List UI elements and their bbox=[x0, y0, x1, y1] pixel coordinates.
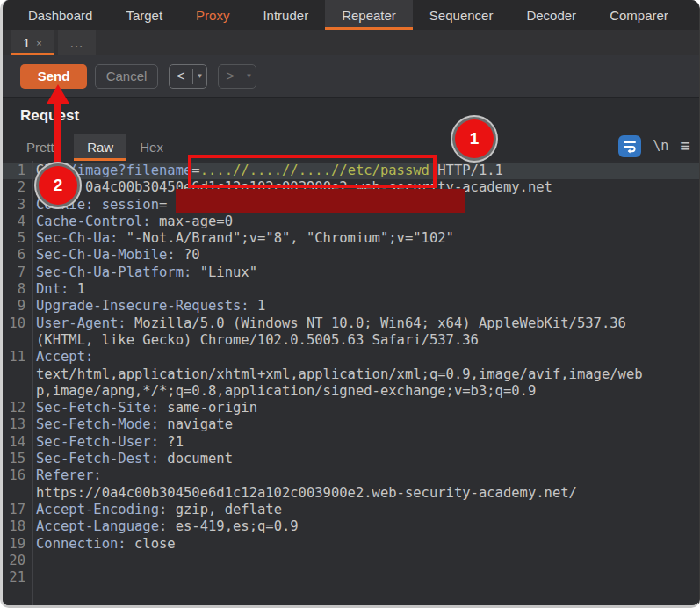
code-text: text/html,application/xhtml+xml,applicat… bbox=[29, 366, 643, 383]
repeater-tab-label: 1 bbox=[23, 35, 30, 50]
repeater-tab-bar: 1 × ... bbox=[3, 30, 700, 55]
step-badge-1: 1 bbox=[455, 119, 494, 158]
code-row[interactable]: p,image/apng,*/*;q=0.8,application/signe… bbox=[3, 383, 700, 400]
code-row[interactable]: 9Upgrade-Insecure-Requests: 1 bbox=[3, 298, 700, 315]
line-number: 1 bbox=[3, 163, 29, 179]
more-tabs-label: ... bbox=[70, 35, 84, 50]
forward-request-button[interactable]: > ▼ bbox=[218, 64, 256, 89]
word-wrap-icon[interactable] bbox=[618, 135, 641, 157]
code-row[interactable]: 14Sec-Fetch-User: ?1 bbox=[3, 434, 700, 451]
cancel-button[interactable]: Cancel bbox=[95, 64, 158, 89]
main-tab-decoder[interactable]: Decoder bbox=[509, 0, 593, 30]
main-tab-proxy[interactable]: Proxy bbox=[179, 0, 246, 30]
repeater-tab-more[interactable]: ... bbox=[58, 30, 97, 55]
code-text: Connection: close bbox=[29, 536, 176, 553]
line-number: 8 bbox=[3, 281, 29, 298]
code-row[interactable]: 6Sec-Ch-Ua-Mobile: ?0 bbox=[3, 247, 700, 264]
main-tab-logger[interactable]: Logger bbox=[685, 0, 700, 30]
view-tab-raw[interactable]: Raw bbox=[74, 134, 126, 161]
back-arrow-icon[interactable]: < bbox=[170, 69, 192, 84]
line-number: 15 bbox=[3, 451, 29, 467]
main-tab-repeater[interactable]: Repeater bbox=[325, 0, 413, 30]
code-text: Cache-Control: max-age=0 bbox=[29, 214, 233, 230]
line-number: 4 bbox=[3, 214, 29, 230]
payload-highlight-rectangle bbox=[188, 155, 437, 188]
main-tab-comparer[interactable]: Comparer bbox=[593, 0, 685, 30]
request-panel-header: Request bbox=[3, 98, 700, 134]
line-number: 18 bbox=[3, 518, 29, 535]
main-tab-sequencer[interactable]: Sequencer bbox=[413, 0, 510, 30]
line-number: 10 bbox=[3, 315, 29, 332]
code-row[interactable]: 11Accept: bbox=[3, 349, 700, 366]
line-number: 3 bbox=[3, 197, 29, 214]
annotation-arrow-head bbox=[47, 84, 69, 104]
main-tab-dashboard[interactable]: Dashboard bbox=[11, 0, 109, 30]
code-text: User-Agent: Mozilla/5.0 (Windows NT 10.0… bbox=[29, 315, 626, 332]
code-text: Sec-Ch-Ua-Mobile: ?0 bbox=[29, 247, 200, 264]
forward-dropdown-icon[interactable]: ▼ bbox=[242, 72, 256, 80]
line-number: 5 bbox=[3, 230, 29, 247]
code-text: Sec-Fetch-Site: same-origin bbox=[29, 400, 257, 416]
code-text: Accept: bbox=[29, 349, 93, 366]
line-number bbox=[3, 485, 29, 502]
request-panel-title: Request bbox=[20, 107, 79, 125]
code-text: Referer: bbox=[29, 467, 102, 484]
code-text: Sec-Fetch-Dest: document bbox=[29, 451, 233, 467]
line-number: 11 bbox=[3, 349, 29, 366]
code-row[interactable]: 18Accept-Language: es-419,es;q=0.9 bbox=[3, 518, 700, 535]
code-text: Sec-Ch-Ua-Platform: "Linux" bbox=[29, 264, 257, 281]
code-text: Upgrade-Insecure-Requests: 1 bbox=[29, 298, 265, 315]
code-text: p,image/apng,*/*;q=0.8,application/signe… bbox=[29, 383, 536, 400]
code-row[interactable]: text/html,application/xhtml+xml,applicat… bbox=[3, 366, 700, 383]
editor-toolbar-icons: \n ≡ bbox=[618, 134, 690, 158]
view-tab-pretty[interactable]: Pretty bbox=[13, 134, 74, 161]
hamburger-menu-icon[interactable]: ≡ bbox=[680, 136, 690, 156]
code-row[interactable]: 15Sec-Fetch-Dest: document bbox=[3, 451, 700, 467]
redaction-box bbox=[176, 189, 465, 213]
code-row[interactable]: 7Sec-Ch-Ua-Platform: "Linux" bbox=[3, 264, 700, 281]
newline-toggle-icon[interactable]: \n bbox=[653, 138, 668, 154]
code-row[interactable]: 4Cache-Control: max-age=0 bbox=[3, 214, 700, 230]
code-row[interactable]: 19Connection: close bbox=[3, 536, 700, 553]
close-tab-icon[interactable]: × bbox=[36, 38, 41, 48]
line-number: 9 bbox=[3, 298, 29, 315]
code-row[interactable]: 21 bbox=[3, 569, 700, 586]
line-number: 2 bbox=[3, 179, 29, 196]
code-text: Dnt: 1 bbox=[29, 281, 85, 298]
repeater-tab-1[interactable]: 1 × bbox=[11, 30, 54, 55]
code-text: Sec-Ch-Ua: "-Not.A/Brand";v="8", "Chromi… bbox=[29, 230, 454, 247]
main-tab-intruder[interactable]: Intruder bbox=[246, 0, 325, 30]
line-number: 21 bbox=[3, 569, 29, 586]
code-row[interactable]: 20 bbox=[3, 553, 700, 569]
code-row[interactable]: 13Sec-Fetch-Mode: navigate bbox=[3, 416, 700, 433]
code-row[interactable]: https://0a4c00b30450e6d1c12a102c003900e2… bbox=[3, 485, 700, 502]
line-number: 12 bbox=[3, 400, 29, 416]
repeater-toolbar: Send Cancel < ▼ > ▼ bbox=[3, 55, 700, 98]
line-number: 17 bbox=[3, 502, 29, 518]
code-text: https://0a4c00b30450e6d1c12a102c003900e2… bbox=[29, 485, 577, 502]
code-row[interactable]: 5Sec-Ch-Ua: "-Not.A/Brand";v="8", "Chrom… bbox=[3, 230, 700, 247]
step-badge-2: 2 bbox=[39, 166, 77, 205]
line-number: 19 bbox=[3, 536, 29, 553]
forward-arrow-icon[interactable]: > bbox=[219, 69, 242, 84]
code-row[interactable]: 17Accept-Encoding: gzip, deflate bbox=[3, 502, 700, 518]
code-text: Sec-Fetch-User: ?1 bbox=[29, 434, 184, 451]
request-editor[interactable]: 1GET /image?filename=....//....//....//e… bbox=[3, 161, 700, 605]
line-number: 13 bbox=[3, 416, 29, 433]
line-number: 20 bbox=[3, 553, 29, 569]
code-row[interactable]: 8Dnt: 1 bbox=[3, 281, 700, 298]
code-row[interactable]: 16Referer: bbox=[3, 467, 700, 484]
code-text: Accept-Language: es-419,es;q=0.9 bbox=[29, 518, 299, 535]
code-row[interactable]: 10User-Agent: Mozilla/5.0 (Windows NT 10… bbox=[3, 315, 700, 332]
main-tab-target[interactable]: Target bbox=[109, 0, 179, 30]
line-number bbox=[3, 366, 29, 383]
back-dropdown-icon[interactable]: ▼ bbox=[193, 72, 206, 80]
code-row[interactable]: (KHTML, like Gecko) Chrome/102.0.5005.63… bbox=[3, 332, 700, 349]
code-text: Accept-Encoding: gzip, deflate bbox=[29, 502, 282, 518]
line-number bbox=[3, 332, 29, 349]
burp-suite-window: DashboardTargetProxyIntruderRepeaterSequ… bbox=[0, 0, 700, 608]
view-tab-hex[interactable]: Hex bbox=[126, 134, 177, 161]
back-request-button[interactable]: < ▼ bbox=[169, 64, 207, 89]
code-row[interactable]: 12Sec-Fetch-Site: same-origin bbox=[3, 400, 700, 416]
line-number: 16 bbox=[3, 467, 29, 484]
